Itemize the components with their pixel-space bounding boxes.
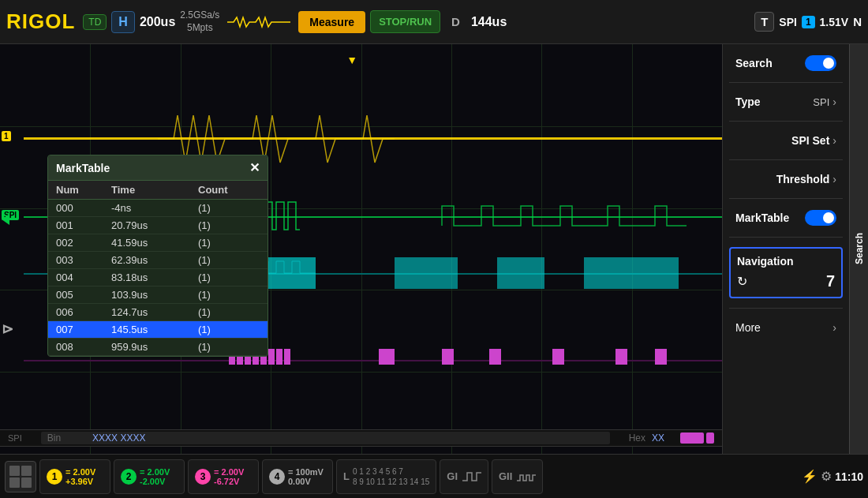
navigation-number: 7: [826, 272, 835, 290]
spi-bus-label: SPI: [8, 433, 22, 443]
table-row[interactable]: 001 20.79us (1): [48, 217, 268, 234]
td-badge: TD: [83, 14, 107, 30]
col-num: Num: [56, 184, 111, 196]
grid-button[interactable]: [5, 461, 36, 492]
search-vertical-text: Search: [854, 233, 865, 264]
time-display: 11:10: [835, 470, 863, 483]
ch4-block-6: [615, 349, 627, 365]
ch4-block-4: [489, 349, 501, 365]
spi-bus-bar: SPI Bin XXXX XXXX Hex XX: [0, 429, 722, 447]
rigol-logo: RIGOL: [6, 9, 75, 34]
ch4-volt-bot: 0.00V: [288, 477, 324, 486]
table-row[interactable]: 005 103.9us (1): [48, 286, 268, 304]
table-row[interactable]: 008 959.9us (1): [48, 339, 268, 356]
navigation-section[interactable]: Navigation ↻ 7: [729, 247, 843, 298]
spi-set-label: SPI Set: [791, 134, 829, 147]
more-item[interactable]: More ›: [729, 315, 843, 340]
ch4-status[interactable]: 4 = 100mV 0.00V: [262, 459, 333, 494]
l-label: L: [343, 470, 350, 482]
ch3-badge: 3: [195, 469, 211, 485]
ch1-volt-top: = 2.00V: [65, 467, 95, 477]
search-toggle[interactable]: [805, 55, 836, 71]
ch2-pulses-svg: [434, 202, 687, 234]
voltage-value: 1.51V: [820, 16, 849, 28]
ch4-block-2: [379, 349, 395, 365]
divider-3: [729, 159, 843, 160]
ch4-volt-top: = 100mV: [288, 467, 324, 477]
bottom-bar: 1 = 2.00V +3.96V 2 = 2.00V -2.00V 3 = 2.…: [0, 454, 868, 498]
type-label: Type: [735, 95, 761, 108]
ch2-status[interactable]: 2 = 2.00V -2.00V: [114, 459, 185, 494]
ch1-badge: 1: [47, 469, 62, 485]
table-row[interactable]: 002 41.59us (1): [48, 234, 268, 252]
ch1-indicator: 1: [2, 131, 11, 141]
ch4-badge: 4: [269, 469, 285, 485]
table-row[interactable]: 003 62.39us (1): [48, 252, 268, 269]
hex-label: Hex: [629, 432, 645, 444]
divider-2: [729, 121, 843, 122]
navigation-label: Navigation: [737, 255, 794, 268]
divider-6: [729, 308, 843, 309]
panel-content: Search Type SPI › SPI Set › Thr: [723, 44, 868, 454]
mark-table-body: 000 -4ns (1) 001 20.79us (1) 002 41.59us…: [48, 200, 268, 356]
search-vertical-tab[interactable]: Search: [849, 44, 868, 454]
bin-value: XXXX XXXX: [92, 432, 145, 444]
settings-icon[interactable]: ⚙: [821, 469, 832, 484]
time-div-value: 200us: [140, 15, 175, 29]
stop-run-button[interactable]: STOP/RUN: [370, 10, 440, 33]
marktable-toggle[interactable]: [805, 210, 836, 226]
ch1-volt-bot: +3.96V: [65, 477, 95, 486]
ch3-burst-3: [497, 257, 544, 289]
delay-value: 144us: [471, 15, 507, 29]
d-label: D: [445, 12, 466, 32]
table-row[interactable]: 004 83.18us (1): [48, 269, 268, 286]
table-row[interactable]: 000 -4ns (1): [48, 200, 268, 217]
l-numbers: 0 1 2 3 4 5 6 7 8 9 10 11 12 13 14 15: [353, 466, 429, 487]
gi-wave-icon: [462, 469, 481, 485]
ch3-status[interactable]: 3 = 2.00V -6.72V: [188, 459, 259, 494]
main-content: ▼ 1 SPI ⊳: [0, 44, 868, 454]
ch4-block-5: [552, 349, 564, 365]
more-arrow: ›: [832, 321, 836, 334]
spi-set-item[interactable]: SPI Set ›: [729, 128, 843, 153]
ch1-values: = 2.00V +3.96V: [65, 467, 95, 486]
table-row[interactable]: 006 124.7us (1): [48, 304, 268, 321]
svg-marker-0: [2, 214, 9, 225]
type-item[interactable]: Type SPI ›: [729, 89, 843, 114]
marktable-label: MarkTable: [735, 212, 789, 224]
usb-icon: ⚡: [802, 469, 817, 484]
t-label: T: [754, 12, 774, 32]
threshold-item[interactable]: Threshold ›: [729, 167, 843, 192]
spi-set-arrow: ›: [832, 134, 836, 147]
ch4-bit-6: [268, 349, 275, 365]
more-label: More: [735, 321, 761, 334]
right-panel: Search Type SPI › SPI Set › Thr: [722, 44, 868, 454]
ch1-status[interactable]: 1 = 2.00V +3.96V: [39, 459, 110, 494]
nav-indicator: ⊳: [2, 320, 13, 338]
threshold-label: Threshold: [776, 173, 830, 185]
ch2-volt-bot: -2.00V: [140, 477, 170, 486]
scope-display: ▼ 1 SPI ⊳: [0, 44, 722, 454]
l-status[interactable]: L 0 1 2 3 4 5 6 7 8 9 10 11 12 13 14 15: [336, 459, 436, 494]
ch2-arrow: [2, 214, 14, 228]
type-value: SPI: [813, 96, 829, 108]
measure-button[interactable]: Measure: [298, 11, 365, 33]
spi-magenta-1: [680, 432, 704, 444]
ch3-burst-4: [584, 257, 679, 289]
sample-info: 2.5GSa/s 5Mpts: [180, 9, 219, 34]
search-label: Search: [735, 57, 773, 69]
ch3-volt-bot: -6.72V: [214, 477, 244, 486]
gii-label: GII: [499, 470, 512, 482]
spi-magenta-2: [706, 432, 714, 444]
ch3-volt-top: = 2.00V: [214, 467, 244, 477]
mark-table: MarkTable ✕ Num Time Count 000 -4ns (1) …: [47, 155, 268, 357]
table-row-selected[interactable]: 007 145.5us (1): [48, 321, 268, 339]
ch4-bit-8: [284, 349, 290, 365]
h-label: H: [111, 11, 135, 33]
close-button[interactable]: ✕: [249, 160, 260, 175]
search-row: Search: [729, 51, 843, 76]
ch2-volt-top: = 2.00V: [140, 467, 170, 477]
mark-table-header: MarkTable ✕: [48, 155, 268, 181]
gii-status[interactable]: GII: [492, 459, 543, 494]
gi-status[interactable]: GI: [440, 459, 488, 494]
